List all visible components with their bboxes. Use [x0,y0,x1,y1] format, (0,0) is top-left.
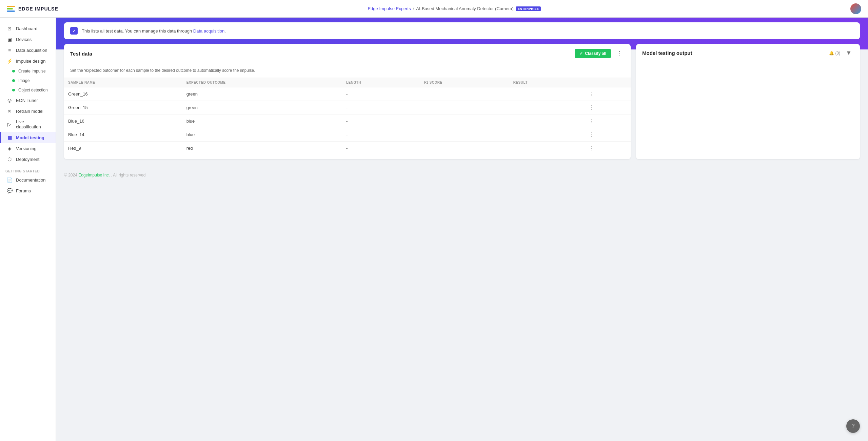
sidebar-item-devices[interactable]: ▣ Devices [0,34,56,45]
cell-expected-outcome: red [182,142,342,155]
col-sample-name: SAMPLE NAME [64,78,182,87]
row-more-button[interactable]: ⋮ [589,131,594,138]
table-row: Blue_16 blue - ⋮ [64,114,631,128]
cell-row-actions: ⋮ [585,101,631,114]
footer: © 2024 EdgeImpulse Inc. . All rights res… [56,167,868,183]
col-expected-outcome: EXPECTED OUTCOME [182,78,342,87]
sidebar-item-versioning[interactable]: ◈ Versioning [0,143,56,154]
sidebar-item-impulse-design[interactable]: ⚡ Impulse design [0,56,56,66]
sidebar-item-image[interactable]: Image [0,76,56,85]
impulse-design-icon: ⚡ [6,58,13,64]
breadcrumb-link-experts[interactable]: Edge Impulse Experts [368,6,411,11]
test-data-description: Set the 'expected outcome' for each samp… [64,63,631,78]
model-output-header: Model testing output 🔔 (0) ▼ [636,44,860,62]
cell-expected-outcome: red [182,155,342,160]
cell-expected-outcome: green [182,101,342,114]
versioning-icon: ◈ [6,146,13,151]
cell-row-actions: ⋮ [585,142,631,155]
help-button[interactable]: ? [846,419,860,433]
cell-length: - [342,128,420,142]
app-layout: ⊡ Dashboard ▣ Devices ≡ Data acquisition… [0,18,868,441]
cell-row-actions: ⋮ [585,87,631,101]
table-scroll-container[interactable]: SAMPLE NAME EXPECTED OUTCOME LENGTH F1 S… [64,78,631,159]
cell-row-actions: ⋮ [585,114,631,128]
cell-f1-score [420,101,509,114]
data-acquisition-icon: ≡ [6,47,13,53]
cell-row-actions: ⋮ [585,128,631,142]
main-content: ✓ This lists all test data. You can mana… [56,18,868,441]
dot-icon-image [12,79,15,82]
model-output-more-button[interactable]: ▼ [844,49,854,57]
row-more-button[interactable]: ⋮ [589,104,594,111]
notification-count: 🔔 (0) [829,51,841,56]
row-more-button[interactable]: ⋮ [589,159,594,159]
cell-result [509,114,585,128]
cell-length: - [342,114,420,128]
panels-row: Test data ✓ Classify all ⋮ Set the 'expe… [56,44,868,167]
cell-sample-name: Green_15 [64,101,182,114]
cell-sample-name: Blue_14 [64,128,182,142]
cell-f1-score [420,128,509,142]
col-result: RESULT [509,78,585,87]
sidebar-item-dashboard[interactable]: ⊡ Dashboard [0,23,56,34]
sidebar-item-deployment[interactable]: ⬡ Deployment [0,154,56,165]
cell-f1-score [420,114,509,128]
cell-sample-name: Blue_16 [64,114,182,128]
panel-actions: ✓ Classify all ⋮ [575,49,625,58]
cell-result [509,155,585,160]
sidebar-item-documentation[interactable]: 📄 Documentation [0,174,56,185]
cell-f1-score [420,87,509,101]
retrain-icon: ✕ [6,108,13,114]
breadcrumb: Edge Impulse Experts / AI-Based Mechanic… [368,6,541,11]
sidebar-item-create-impulse[interactable]: Create impulse [0,66,56,76]
avatar[interactable] [850,3,861,14]
col-actions-header [585,78,631,87]
row-more-button[interactable]: ⋮ [589,91,594,97]
table-row: Green_15 green - ⋮ [64,101,631,114]
breadcrumb-separator: / [413,6,414,11]
cell-f1-score [420,155,509,160]
live-class-icon: ▷ [6,122,13,127]
footer-company-link[interactable]: EdgeImpulse Inc. [78,173,110,177]
top-header: EDGE IMPULSE Edge Impulse Experts / AI-B… [0,0,868,18]
cell-length: - [342,101,420,114]
col-f1-score: F1 SCORE [420,78,509,87]
forums-icon: 💬 [6,188,13,193]
sidebar-item-forums[interactable]: 💬 Forums [0,185,56,196]
cell-result [509,142,585,155]
cell-length: - [342,142,420,155]
row-more-button[interactable]: ⋮ [589,145,594,151]
eon-tuner-icon: ◎ [6,98,13,103]
dot-icon [12,70,15,72]
classify-all-button[interactable]: ✓ Classify all [575,49,611,58]
sidebar-item-retrain-model[interactable]: ✕ Retrain model [0,106,56,117]
more-options-button[interactable]: ⋮ [614,49,625,58]
breadcrumb-project: AI-Based Mechanical Anomaly Detector (Ca… [416,6,514,11]
model-output-panel: Model testing output 🔔 (0) ▼ [636,44,860,159]
cell-length: - [342,87,420,101]
table-row: Red_9 red - ⋮ [64,142,631,155]
sidebar-item-model-testing[interactable]: ▦ Model testing [0,132,56,143]
test-data-title: Test data [70,51,92,57]
sidebar-item-live-classification[interactable]: ▷ Live classification [0,117,56,132]
sidebar-item-eon-tuner[interactable]: ◎ EON Tuner [0,95,56,106]
table-row: Blue_14 blue - ⋮ [64,128,631,142]
cell-expected-outcome: green [182,87,342,101]
logo-area: EDGE IMPULSE [7,6,58,12]
model-testing-icon: ▦ [6,135,13,140]
cell-result [509,87,585,101]
test-data-panel: Test data ✓ Classify all ⋮ Set the 'expe… [64,44,631,159]
cell-length: - [342,155,420,160]
enterprise-badge: ENTERPRISE [516,6,541,11]
cell-expected-outcome: blue [182,114,342,128]
deployment-icon: ⬡ [6,156,13,162]
cell-result [509,128,585,142]
info-icon: ✓ [70,27,78,35]
data-acquisition-link[interactable]: Data acquisition [193,28,225,34]
cell-row-actions: ⋮ [585,155,631,160]
test-data-panel-header: Test data ✓ Classify all ⋮ [64,44,631,63]
sidebar-item-object-detection[interactable]: Object detection [0,85,56,95]
row-more-button[interactable]: ⋮ [589,118,594,124]
cell-expected-outcome: blue [182,128,342,142]
sidebar-item-data-acquisition[interactable]: ≡ Data acquisition [0,45,56,56]
